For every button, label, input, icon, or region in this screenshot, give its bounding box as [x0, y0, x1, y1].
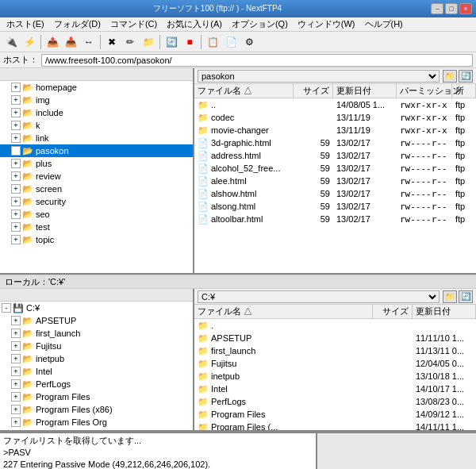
remote-file-row[interactable]: 📄alcohol_52_free... 59 13/02/17 rw----r-… — [194, 162, 476, 175]
expand-icon[interactable]: + — [11, 329, 21, 338]
tb-disconnect[interactable]: ⚡ — [21, 34, 38, 50]
expand-icon[interactable]: + — [11, 121, 21, 130]
remote-tree-item-seo[interactable]: +📂seo — [0, 208, 193, 221]
expand-icon[interactable]: + — [11, 354, 21, 363]
minimize-button[interactable]: － — [431, 3, 443, 14]
log-pane[interactable]: ファイルリストを取得しています...>PASV227 Entering Pass… — [0, 433, 317, 469]
remote-tree-item-pasokon[interactable]: +📂pasokon — [0, 144, 193, 157]
remote-file-row[interactable]: 📄3d-graphic.html 59 13/02/17 rw----r-- f… — [194, 136, 476, 149]
remote-tree-item-img[interactable]: +📂img — [0, 94, 193, 106]
local-tree-item-first_launch[interactable]: +📂first_launch — [0, 327, 193, 340]
tb-connect[interactable]: 🔌 — [2, 34, 20, 50]
expand-icon[interactable]: + — [11, 210, 21, 219]
local-file-row[interactable]: 📁APSETUP 11/11/10 1... — [194, 332, 476, 344]
remote-icon-btn1[interactable]: 📁 — [443, 70, 457, 83]
remote-file-row[interactable]: 📄alshow.html 59 13/02/17 rw----r-- ftp — [194, 187, 476, 200]
tb-rename[interactable]: ✏ — [121, 34, 139, 50]
local-file-row[interactable]: 📁Program Files (... 14/11/11 1... — [194, 421, 476, 430]
expand-icon[interactable]: + — [11, 159, 21, 168]
remote-file-row[interactable]: 📄altoolbar.html 59 13/02/17 rw----r-- ft… — [194, 213, 476, 225]
remote-col-owner[interactable]: 所 — [452, 84, 476, 98]
tb-settings[interactable]: ⚙ — [240, 34, 258, 50]
local-icon-btn1[interactable]: 📁 — [443, 290, 457, 303]
local-file-row[interactable]: 📁Fujitsu 12/04/05 0... — [194, 357, 476, 370]
remote-tree-item-plus[interactable]: +📂plus — [0, 157, 193, 170]
local-file-row[interactable]: 📁Program Files 14/09/12 1... — [194, 408, 476, 421]
local-tree-item-PerfLogs[interactable]: +📂PerfLogs — [0, 378, 193, 390]
expand-icon[interactable]: + — [11, 392, 21, 402]
local-file-row[interactable]: 📁. — [194, 319, 476, 332]
expand-icon[interactable]: + — [11, 133, 21, 143]
local-tree-item-Program Files[interactable]: +📂Program Files — [0, 390, 193, 403]
remote-col-size[interactable]: サイズ — [294, 84, 333, 98]
tb-move[interactable]: ↔ — [80, 34, 98, 50]
remote-tree-item-topic[interactable]: +📂topic — [0, 233, 193, 246]
expand-icon[interactable]: - — [2, 303, 11, 313]
tb-refresh[interactable]: 🔄 — [163, 34, 180, 50]
local-col-size[interactable]: サイズ — [373, 305, 413, 318]
address-input[interactable] — [41, 54, 473, 67]
close-button[interactable]: × — [459, 3, 472, 14]
remote-tree-item-k[interactable]: +📂k — [0, 119, 193, 132]
remote-file-row[interactable]: 📄alee.html 59 13/02/17 rw----r-- ftp — [194, 175, 476, 187]
tb-download[interactable]: 📥 — [62, 34, 79, 50]
remote-file-row[interactable]: 📁movie-changer 13/11/19 rwxr-xr-x ftp — [194, 124, 476, 136]
expand-icon[interactable]: + — [11, 197, 21, 206]
menu-item-オプション(Q)[interactable]: オプション(Q) — [227, 17, 293, 31]
expand-icon[interactable]: + — [11, 184, 21, 194]
remote-tree-item-include[interactable]: +📂include — [0, 106, 193, 119]
local-tree-root[interactable]: -💾C:¥ — [0, 302, 193, 314]
tb-queue[interactable]: 📋 — [204, 34, 221, 50]
remote-col-name[interactable]: ファイル名 △ — [194, 84, 294, 98]
tb-mkdir[interactable]: 📁 — [140, 34, 157, 50]
local-file-list[interactable]: 📁. 📁APSETUP 11/11/10 1... 📁first_launch … — [194, 319, 476, 430]
local-tree-item-Program Files Org[interactable]: +📂Program Files Org — [0, 416, 193, 429]
local-tree-item-Intel[interactable]: +📂Intel — [0, 365, 193, 378]
local-tree-item-Program Files (x86)[interactable]: +📂Program Files (x86) — [0, 403, 193, 416]
expand-icon[interactable]: + — [11, 171, 21, 181]
expand-icon[interactable]: + — [11, 222, 21, 232]
remote-file-row[interactable]: 📁.. 14/08/05 1... rwxr-xr-x ftp — [194, 98, 476, 111]
tb-delete[interactable]: ✖ — [103, 34, 121, 50]
tb-upload[interactable]: 📤 — [44, 34, 61, 50]
remote-icon-btn2[interactable]: 🔄 — [459, 70, 473, 83]
menu-item-コマンド(C)[interactable]: コマンド(C) — [106, 17, 162, 31]
menu-item-フォルダ(D)[interactable]: フォルダ(D) — [49, 17, 106, 31]
local-col-date[interactable]: 更新日付 — [413, 305, 476, 318]
local-file-row[interactable]: 📁PerfLogs 13/08/23 0... — [194, 395, 476, 408]
remote-tree-item-test[interactable]: +📂test — [0, 221, 193, 233]
expand-icon[interactable]: + — [11, 405, 21, 414]
remote-file-row[interactable]: 📁codec 13/11/19 rwxr-xr-x ftp — [194, 111, 476, 124]
remote-tree-item-security[interactable]: +📂security — [0, 195, 193, 208]
remote-tree-item-review[interactable]: +📂review — [0, 170, 193, 183]
local-file-row[interactable]: 📁Intel 14/10/17 1... — [194, 383, 476, 395]
local-tree-scroll[interactable]: -💾C:¥+📂APSETUP+📂first_launch+📂Fujitsu+📂i… — [0, 302, 193, 430]
local-tree-item-inetpub[interactable]: +📂inetpub — [0, 352, 193, 365]
local-file-row[interactable]: 📁first_launch 11/13/11 0... — [194, 344, 476, 357]
menu-item-ヘルプ(H)[interactable]: ヘルプ(H) — [360, 17, 408, 31]
local-tree-item-APSETUP[interactable]: +📂APSETUP — [0, 314, 193, 327]
expand-icon[interactable]: + — [11, 146, 21, 156]
expand-icon[interactable]: + — [11, 83, 21, 92]
remote-tree-scroll[interactable]: +📂homepage+📂img+📂include+📂k+📂link+📂pasok… — [0, 81, 193, 273]
tb-log[interactable]: 📄 — [222, 34, 240, 50]
menu-item-お気に入り(A)[interactable]: お気に入り(A) — [162, 17, 227, 31]
local-path-dropdown[interactable]: C:¥ — [198, 290, 440, 303]
menu-item-ウィンドウ(W)[interactable]: ウィンドウ(W) — [293, 17, 360, 31]
expand-icon[interactable]: + — [11, 341, 21, 351]
remote-col-perm[interactable]: パーミッション — [397, 84, 452, 98]
remote-path-dropdown[interactable]: pasokon — [198, 70, 440, 83]
local-tree-item-Fujitsu[interactable]: +📂Fujitsu — [0, 340, 193, 352]
expand-icon[interactable]: + — [11, 235, 21, 244]
remote-file-row[interactable]: 📄address.html 59 13/02/17 rw----r-- ftp — [194, 149, 476, 162]
local-icon-btn2[interactable]: 🔄 — [459, 290, 473, 303]
remote-tree-item-screen[interactable]: +📂screen — [0, 183, 193, 195]
expand-icon[interactable]: + — [11, 108, 21, 117]
expand-icon[interactable]: + — [11, 316, 21, 325]
remote-tree-item-link[interactable]: +📂link — [0, 132, 193, 144]
remote-col-date[interactable]: 更新日付 — [333, 84, 397, 98]
expand-icon[interactable]: + — [11, 95, 21, 105]
expand-icon[interactable]: + — [11, 379, 21, 389]
expand-icon[interactable]: + — [11, 417, 21, 427]
remote-file-row[interactable]: 📄alsong.html 59 13/02/17 rw----r-- ftp — [194, 200, 476, 213]
